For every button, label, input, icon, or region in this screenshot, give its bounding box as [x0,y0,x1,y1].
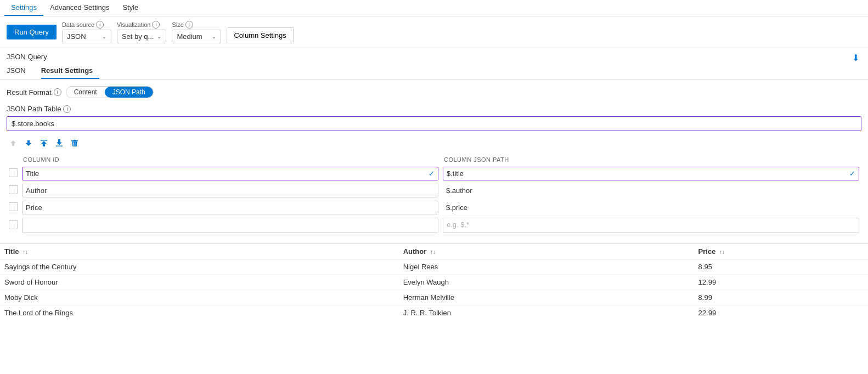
preview-cell-author: Nigel Rees [399,259,694,275]
table-row-controls [7,137,861,150]
result-format-label: Result Format i [7,88,61,97]
delete-row-button[interactable] [68,138,81,149]
preview-cell-title: Sayings of the Century [0,259,399,275]
arrow-to-top-icon [40,139,48,148]
json-path-table-input[interactable] [7,116,861,131]
visualization-info-icon[interactable]: i [152,21,160,29]
author-sort-icon[interactable]: ↑↓ [430,249,436,255]
size-group: Size i Medium ⌄ [172,21,221,43]
row1-path-value: $.title [447,169,849,178]
row3-path-cell: $.price [441,199,861,216]
arrow-to-bottom-icon [55,139,64,148]
new-row-path-placeholder: e.g. $.* [447,220,469,229]
row1-id-cell: Title ✓ [20,165,441,182]
row2-checkbox[interactable] [9,185,18,194]
new-row-id-cell [20,216,441,235]
table-row: Title ✓ $.title ✓ [7,165,861,182]
preview-cell-author: Herman Melville [399,290,694,305]
result-format-toggle: Content JSON Path [66,86,154,98]
move-top-button[interactable] [37,138,50,149]
data-source-info-icon[interactable]: i [96,21,104,29]
preview-cell-title: Moby Dick [0,290,399,305]
row3-checkbox[interactable] [9,202,18,211]
row2-check-cell [7,182,20,199]
visualization-group: Visualization i Set by q... ⌄ [117,21,167,43]
table-row: Price $.price [7,199,861,216]
preview-cell-price: 8.95 [694,259,868,275]
row1-path-input[interactable]: $.title ✓ [443,167,859,180]
result-format-row: Result Format i Content JSON Path [7,86,861,98]
column-settings-button[interactable]: Column Settings [227,27,293,43]
format-json-path-btn[interactable]: JSON Path [105,87,153,98]
new-row-path-input[interactable]: e.g. $.* [443,218,859,233]
row3-id-value: Price [26,203,435,212]
new-row-id-input[interactable] [22,218,438,233]
json-path-section: JSON Path Table i [7,105,861,131]
run-query-button[interactable]: Run Query [7,25,57,39]
price-sort-icon[interactable]: ↑↓ [719,249,725,255]
json-path-table-text: JSON Path Table [7,105,61,113]
visualization-label: Visualization i [117,21,167,29]
new-row: e.g. $.* [7,216,861,235]
row1-id-input[interactable]: Title ✓ [22,167,438,180]
preview-cell-price: 22.99 [694,305,868,321]
move-bottom-button[interactable] [53,138,66,149]
download-icon[interactable]: ⬇ [852,53,859,63]
result-format-text: Result Format [7,88,52,97]
visualization-text: Visualization [117,21,151,28]
preview-cell-price: 8.99 [694,290,868,305]
row2-path-value: $.author [443,184,476,197]
row2-id-value: Author [26,186,435,195]
title-sort-icon[interactable]: ↑↓ [22,249,28,255]
row2-id-cell: Author [20,182,441,199]
top-bar: Settings Advanced Settings Style [0,0,868,16]
preview-col-title: Title ↑↓ [0,244,399,259]
preview-header-row: Title ↑↓ Author ↑↓ Price ↑↓ [0,244,868,259]
visualization-chevron-icon: ⌄ [157,33,161,39]
json-path-table-info-icon[interactable]: i [63,105,71,113]
move-down-button[interactable] [22,138,35,149]
data-source-group: Data source i JSON ⌄ [62,21,111,43]
table-row: Sword of HonourEvelyn Waugh12.99 [0,275,868,290]
json-path-table-label: JSON Path Table i [7,105,861,113]
tab-advanced-settings[interactable]: Advanced Settings [43,0,116,16]
tab-style[interactable]: Style [116,0,145,16]
size-label: Size i [172,21,221,29]
row3-path-value: $.price [443,201,471,214]
preview-table: Title ↑↓ Author ↑↓ Price ↑↓ Sayings of t… [0,244,868,320]
format-content-btn[interactable]: Content [66,87,105,98]
size-info-icon[interactable]: i [185,21,193,29]
preview-cell-title: Sword of Honour [0,275,399,290]
row1-path-checkmark-icon: ✓ [849,169,855,178]
move-up-button[interactable] [7,138,20,149]
new-row-check-cell [7,216,20,235]
row2-path-cell: $.author [441,182,861,199]
row3-id-input[interactable]: Price [22,201,438,214]
row1-path-cell: $.title ✓ [441,165,861,182]
size-value: Medium [177,32,202,41]
visualization-value: Set by q... [122,32,154,41]
data-source-dropdown[interactable]: JSON ⌄ [62,30,111,43]
sub-tab-result-settings[interactable]: Result Settings [41,63,100,79]
new-row-path-cell: e.g. $.* [441,216,861,235]
col-header-id: COLUMN ID [20,154,441,165]
visualization-dropdown[interactable]: Set by q... ⌄ [117,30,167,43]
row1-checkbox[interactable] [9,168,18,177]
sub-tab-json[interactable]: JSON [7,63,32,79]
result-format-info-icon[interactable]: i [54,88,61,96]
new-row-checkbox[interactable] [9,220,18,229]
preview-cell-title: The Lord of the Rings [0,305,399,321]
tab-settings[interactable]: Settings [4,0,43,16]
content-area: Result Format i Content JSON Path JSON P… [0,80,868,241]
row1-check-cell [7,165,20,182]
top-tabs: Settings Advanced Settings Style [0,0,868,16]
trash-icon [70,139,79,148]
toolbar: Run Query Data source i JSON ⌄ Visualiza… [0,16,868,48]
size-dropdown[interactable]: Medium ⌄ [172,30,221,43]
data-source-label: Data source i [62,21,111,29]
row2-id-input[interactable]: Author [22,184,438,197]
data-source-text: Data source [62,21,94,28]
size-chevron-icon: ⌄ [212,33,216,39]
arrow-up-icon [9,139,18,148]
table-row: Author $.author [7,182,861,199]
